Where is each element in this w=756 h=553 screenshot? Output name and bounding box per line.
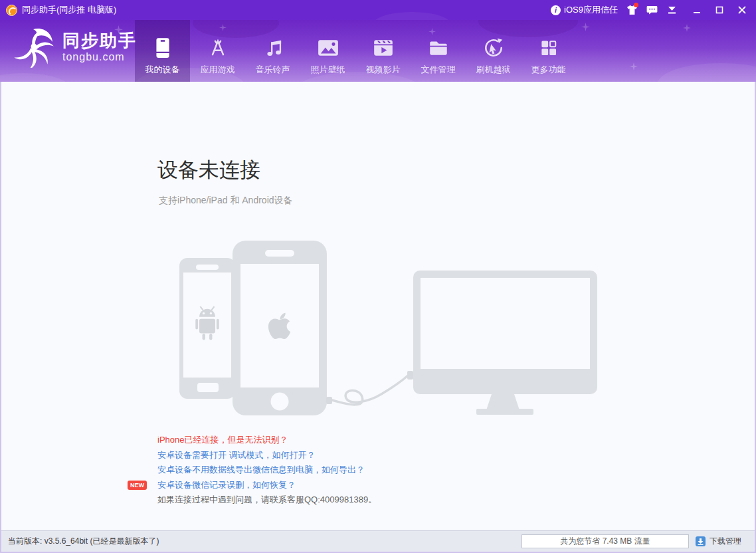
video-clapper-icon [372,37,395,59]
tab-label: 照片壁纸 [311,64,345,76]
download-icon [696,536,706,546]
download-manager-button[interactable]: 下载管理 [696,536,741,547]
tab-apps-games[interactable]: 应用游戏 [190,20,245,82]
app-logo-icon [6,5,17,16]
jailbreak-restore-icon [482,37,505,59]
star-decoration [581,23,590,31]
tab-label: 音乐铃声 [256,64,290,76]
usb-cable-graphic [326,371,413,405]
tab-flash-jailbreak[interactable]: 刷机越狱 [466,20,521,82]
music-note-icon [262,37,284,59]
info-icon: i [551,5,561,15]
brand-domain: tongbu.com [62,51,137,63]
tab-label: 更多功能 [531,64,566,76]
page-title: 设备未连接 [157,156,260,184]
device-phone-icon [151,37,174,59]
ios9-trust-label: iOS9应用信任 [564,4,618,16]
tab-label: 文件管理 [421,64,456,76]
device-connection-illustration [161,234,613,433]
cloud-decoration [658,63,756,82]
star-decoration [683,24,691,32]
help-link-iphone-not-recognized[interactable]: iPhone已经连接，但是无法识别？ [157,433,377,448]
ios9-trust-button[interactable]: i iOS9应用信任 [551,4,618,16]
title-bar: 同步助手(同步推 电脑版) i iOS9应用信任 [0,0,756,20]
android-phone-graphic [179,258,235,399]
appstore-icon [207,37,229,59]
tab-videos[interactable]: 视频影片 [355,20,411,82]
tongbu-swirl-logo-icon [13,25,56,68]
help-link-label: 安卓设备微信记录误删，如何恢复？ [157,479,296,491]
notification-dot [634,3,638,7]
cloud-decoration [372,12,452,20]
download-manager-label: 下载管理 [709,536,741,547]
new-badge: NEW [128,481,147,490]
brand-name: 同步助手 [62,31,137,51]
window-title: 同步助手(同步推 电脑版) [22,4,116,16]
check-update-download-icon[interactable] [666,4,678,16]
page-subtitle: 支持iPhone/iPad 和 Android设备 [159,195,293,207]
computer-monitor-graphic [413,271,597,415]
more-grid-icon [537,37,560,59]
feedback-chat-icon[interactable] [646,4,658,16]
maximize-button[interactable] [713,4,725,16]
tab-label: 刷机越狱 [476,64,511,76]
support-contact-text: 如果连接过程中遇到问题，请联系客服QQ:4009981389。 [157,493,377,508]
help-links: iPhone已经连接，但是无法识别？ 安卓设备需要打开 调试模式，如何打开？ 安… [157,433,377,508]
tab-file-manager[interactable]: 文件管理 [411,20,466,82]
tab-more-features[interactable]: 更多功能 [521,20,576,82]
app-window: 同步助手(同步推 电脑版) i iOS9应用信任 [0,0,756,553]
help-link-android-debug-mode[interactable]: 安卓设备需要打开 调试模式，如何打开？ [157,448,377,463]
help-link-wechat-export[interactable]: 安卓设备不用数据线导出微信信息到电脑，如何导出？ [157,463,377,478]
iphone-graphic [233,241,327,415]
tab-photos-wallpaper[interactable]: 照片壁纸 [300,20,355,82]
main-content: 设备未连接 支持iPhone/iPad 和 Android设备 [1,82,755,530]
tab-label: 我的设备 [145,64,180,76]
tab-label: 应用游戏 [201,64,235,76]
main-navigation: 同步助手 tongbu.com 我的设备 应用游戏 [0,20,756,82]
folder-icon [427,37,450,59]
minimize-button[interactable] [691,4,703,16]
cloud-decoration [0,73,73,82]
photo-icon [317,37,339,59]
version-text: 当前版本: v3.5.6_64bit (已经是最新版本了) [1,536,159,547]
brand-logo[interactable]: 同步助手 tongbu.com [13,25,137,68]
help-link-wechat-recover[interactable]: NEW 安卓设备微信记录误删，如何恢复？ [157,478,377,493]
traffic-savings-box: 共为您节省 7.43 MB 流量 [521,534,689,548]
tab-my-device[interactable]: 我的设备 [135,20,190,82]
tab-label: 视频影片 [366,64,401,76]
tab-music-ringtones[interactable]: 音乐铃声 [245,20,300,82]
status-bar: 当前版本: v3.5.6_64bit (已经是最新版本了) 共为您节省 7.43… [1,530,755,552]
nav-tabs: 我的设备 应用游戏 [135,20,576,82]
close-button[interactable] [736,4,748,16]
theme-skin-icon[interactable] [626,4,638,16]
star-decoration [630,62,638,70]
